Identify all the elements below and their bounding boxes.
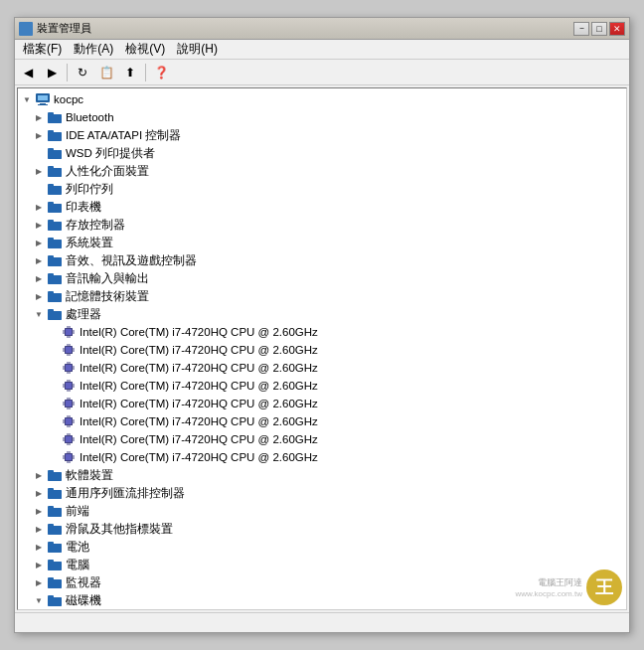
menu-item[interactable]: 動作(A) xyxy=(68,39,119,60)
item-icon-audio xyxy=(47,252,63,268)
svg-rect-128 xyxy=(48,508,62,517)
item-icon-cpu8 xyxy=(61,449,77,465)
app-icon xyxy=(19,22,33,36)
svg-rect-6 xyxy=(48,114,62,123)
expand-icon-kocpc[interactable]: ▼ xyxy=(20,92,34,106)
expand-icon-human[interactable]: ▶ xyxy=(32,164,46,178)
refresh-button[interactable]: ↻ xyxy=(72,63,93,82)
item-label-cpu7: Intel(R) Core(TM) i7-4720HQ CPU @ 2.60GH… xyxy=(80,433,318,445)
expand-icon-ieee[interactable]: ▶ xyxy=(32,486,46,500)
svg-rect-140 xyxy=(48,579,62,588)
tree-item-wsd[interactable]: WSD 列印提供者 xyxy=(18,144,626,162)
tree-item-audio[interactable]: ▶ 音效、視訊及遊戲控制器 xyxy=(18,251,626,269)
item-label-human: 人性化介面裝置 xyxy=(66,164,149,179)
expand-icon-memory[interactable]: ▶ xyxy=(32,289,46,303)
menu-item[interactable]: 檔案(F) xyxy=(17,39,68,60)
tree-item-ieee[interactable]: ▶ 通用序列匯流排控制器 xyxy=(18,484,626,502)
tree-item-intel-ssd[interactable]: INTEL SSDSCKHW120A4 xyxy=(18,609,626,610)
expand-icon-cpu5[interactable] xyxy=(46,397,60,410)
item-icon-processors xyxy=(47,306,63,322)
tree-item-cpu5[interactable]: Intel(R) Core(TM) i7-4720HQ CPU @ 2.60GH… xyxy=(18,395,626,412)
item-label-ieee: 通用序列匯流排控制器 xyxy=(66,486,185,501)
tree-item-processors[interactable]: ▼ 處理器 xyxy=(18,305,626,323)
tree-item-ide[interactable]: ▶ IDE ATA/ATAPI 控制器 xyxy=(18,126,626,144)
tree-item-cpu4[interactable]: Intel(R) Core(TM) i7-4720HQ CPU @ 2.60GH… xyxy=(18,377,626,395)
tree-item-system-dev[interactable]: ▶ 系統裝置 xyxy=(18,234,626,251)
tree-item-human[interactable]: ▶ 人性化介面裝置 xyxy=(18,162,626,180)
props-button[interactable]: 📋 xyxy=(95,63,117,82)
svg-rect-134 xyxy=(48,544,62,553)
expand-icon-computer[interactable]: ▶ xyxy=(32,558,46,571)
expand-icon-cpu4[interactable] xyxy=(46,379,60,393)
item-icon-cpu2 xyxy=(61,342,77,358)
title-bar: 裝置管理員 － □ ✕ xyxy=(15,18,629,40)
expand-icon-monitor-dev[interactable]: ▶ xyxy=(32,504,46,518)
forward-button[interactable]: ▶ xyxy=(41,63,63,82)
expand-icon-bluetooth[interactable]: ▶ xyxy=(32,110,46,124)
tree-item-audio-io[interactable]: ▶ 音訊輸入與輸出 xyxy=(18,269,626,287)
tree-item-software[interactable]: ▶ 軟體裝置 xyxy=(18,466,626,484)
expand-icon-print-queue[interactable] xyxy=(32,182,46,196)
expand-icon-printer[interactable]: ▶ xyxy=(32,200,46,214)
svg-rect-125 xyxy=(48,490,62,499)
expand-icon-cpu8[interactable] xyxy=(46,450,60,464)
item-icon-memory xyxy=(47,288,63,304)
expand-icon-battery[interactable]: ▶ xyxy=(32,540,46,554)
expand-icon-cpu6[interactable] xyxy=(46,414,60,428)
expand-icon-processors[interactable]: ▼ xyxy=(32,307,46,321)
svg-rect-24 xyxy=(48,222,62,231)
item-label-bluetooth: Bluetooth xyxy=(66,111,114,123)
svg-rect-18 xyxy=(48,186,62,195)
item-icon-cpu1 xyxy=(61,324,77,340)
help-button[interactable]: ❓ xyxy=(150,63,172,82)
expand-icon-audio-io[interactable]: ▶ xyxy=(32,271,46,285)
tree-item-printer[interactable]: ▶ 印表機 xyxy=(18,198,626,216)
item-icon-system-dev xyxy=(47,235,63,250)
expand-icon-cpu2[interactable] xyxy=(46,343,60,357)
item-icon-human xyxy=(47,163,63,179)
tree-item-print-queue[interactable]: 列印佇列 xyxy=(18,180,626,198)
item-label-cpu4: Intel(R) Core(TM) i7-4720HQ CPU @ 2.60GH… xyxy=(80,380,318,392)
tree-item-kocpc[interactable]: ▼ kocpc xyxy=(18,90,626,108)
expand-icon-storage-ctrl[interactable]: ▶ xyxy=(32,218,46,232)
expand-icon-monitor[interactable]: ▶ xyxy=(32,575,46,589)
menu-item[interactable]: 說明(H) xyxy=(171,39,224,60)
item-label-mouse: 滑鼠及其他指標裝置 xyxy=(66,522,173,537)
item-icon-disk-drives xyxy=(47,592,63,608)
tree-item-cpu7[interactable]: Intel(R) Core(TM) i7-4720HQ CPU @ 2.60GH… xyxy=(18,430,626,448)
expand-icon-cpu1[interactable] xyxy=(46,325,60,339)
item-label-computer: 電腦 xyxy=(66,558,89,572)
tree-item-memory[interactable]: ▶ 記憶體技術裝置 xyxy=(18,287,626,305)
item-label-system-dev: 系統裝置 xyxy=(66,236,113,250)
expand-icon-cpu3[interactable] xyxy=(46,361,60,375)
menu-item[interactable]: 檢視(V) xyxy=(119,39,171,60)
device-tree[interactable]: ▼ kocpc▶ Bluetooth▶ IDE ATA/ATAPI 控制器 WS… xyxy=(17,87,627,610)
maximize-button[interactable]: □ xyxy=(591,22,607,36)
tree-item-cpu2[interactable]: Intel(R) Core(TM) i7-4720HQ CPU @ 2.60GH… xyxy=(18,341,626,359)
expand-icon-mouse[interactable]: ▶ xyxy=(32,522,46,536)
tree-item-monitor-dev[interactable]: ▶ 前端 xyxy=(18,502,626,520)
minimize-button[interactable]: － xyxy=(573,22,589,36)
tree-item-storage-ctrl[interactable]: ▶ 存放控制器 xyxy=(18,216,626,234)
expand-icon-system-dev[interactable]: ▶ xyxy=(32,236,46,249)
tree-item-battery[interactable]: ▶ 電池 xyxy=(18,538,626,556)
watermark-brand: 電腦王阿達 xyxy=(515,576,582,589)
item-icon-kocpc xyxy=(35,91,51,107)
item-icon-cpu5 xyxy=(61,396,77,411)
tree-item-cpu8[interactable]: Intel(R) Core(TM) i7-4720HQ CPU @ 2.60GH… xyxy=(18,448,626,466)
expand-icon-wsd[interactable] xyxy=(32,146,46,160)
tree-item-bluetooth[interactable]: ▶ Bluetooth xyxy=(18,108,626,126)
expand-icon-software[interactable]: ▶ xyxy=(32,468,46,482)
back-button[interactable]: ◀ xyxy=(17,63,39,82)
expand-icon-disk-drives[interactable]: ▼ xyxy=(32,593,46,607)
expand-icon-cpu7[interactable] xyxy=(46,432,60,446)
tree-item-mouse[interactable]: ▶ 滑鼠及其他指標裝置 xyxy=(18,520,626,538)
expand-icon-ide[interactable]: ▶ xyxy=(32,128,46,142)
tree-item-cpu1[interactable]: Intel(R) Core(TM) i7-4720HQ CPU @ 2.60GH… xyxy=(18,323,626,341)
item-label-disk-drives: 磁碟機 xyxy=(66,593,101,608)
tree-item-cpu6[interactable]: Intel(R) Core(TM) i7-4720HQ CPU @ 2.60GH… xyxy=(18,412,626,430)
close-button[interactable]: ✕ xyxy=(609,22,625,36)
expand-icon-audio[interactable]: ▶ xyxy=(32,253,46,267)
tree-item-cpu3[interactable]: Intel(R) Core(TM) i7-4720HQ CPU @ 2.60GH… xyxy=(18,359,626,377)
update-button[interactable]: ⬆ xyxy=(119,63,141,82)
